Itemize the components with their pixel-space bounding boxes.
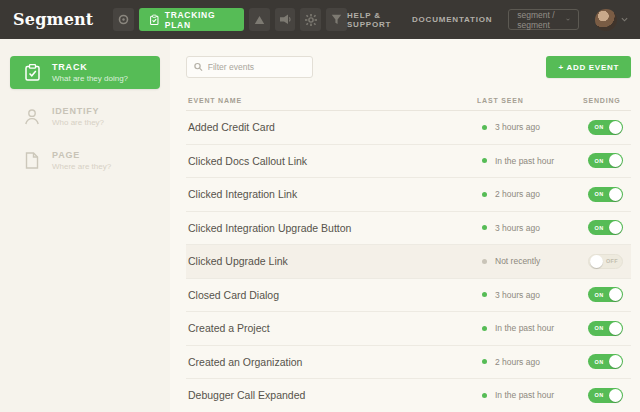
status-dot [482,393,487,398]
segment-app-window: Segment TRACKING PLAN HELP & SU [0,0,640,412]
toggle-knob [609,221,622,234]
tracking-plan-button[interactable]: TRACKING PLAN [139,8,244,31]
sidebar-item-label: PAGE [52,150,111,160]
last-seen-cell: In the past hour [482,156,588,166]
toggle-knob [590,255,603,268]
status-dot [482,326,487,331]
table-row[interactable]: Closed Card Dialog 3 hours ago ON [186,279,631,313]
status-dot [482,359,487,364]
last-seen-cell: In the past hour [482,323,588,333]
help-support-link[interactable]: HELP & SUPPORT [347,11,396,29]
event-name[interactable]: Added Credit Card [188,121,482,133]
top-nav: TRACKING PLAN [113,8,346,31]
table-row[interactable]: Clicked Docs Callout Link In the past ho… [186,145,631,179]
last-seen-cell: 2 hours ago [482,357,588,367]
last-seen-text: 3 hours ago [495,122,540,132]
search-icon [194,62,203,72]
sending-toggle[interactable]: ON [588,187,623,202]
main-panel: + ADD EVENT EVENT NAME LAST SEEN SENDING… [170,39,640,412]
sending-toggle[interactable]: ON [588,321,623,336]
table-header: EVENT NAME LAST SEEN SENDING [186,91,631,111]
sidebar-item-text: TRACK What are they doing? [52,62,128,83]
clipboard-check-icon [22,64,42,81]
sidebar-item-identify[interactable]: IDENTIFY Who are they? [10,100,160,133]
user-menu[interactable] [595,9,628,31]
sidebar-item-subtitle: What are they doing? [52,74,128,83]
sidebar-item-text: PAGE Where are they? [52,150,111,171]
filter-events-search[interactable] [186,56,313,78]
table-row[interactable]: Debugger Call Expanded In the past hour … [186,379,631,412]
sending-toggle[interactable]: ON [588,220,623,235]
event-name[interactable]: Clicked Upgrade Link [188,255,482,267]
toggle-label: ON [589,225,609,231]
chevron-down-icon [621,16,628,23]
last-seen-cell: Not recently [482,256,588,266]
last-seen-text: 2 hours ago [495,189,540,199]
status-dot [482,192,487,197]
toggle-label: ON [589,359,609,365]
last-seen-cell: 2 hours ago [482,189,588,199]
table-row[interactable]: Created a Project In the past hour ON [186,312,631,346]
sending-toggle[interactable]: ON [588,388,623,403]
last-seen-text: 3 hours ago [495,290,540,300]
live-debugger-icon[interactable] [249,8,270,31]
sending-toggle[interactable]: ON [588,120,623,135]
sending-toggle[interactable]: ON [588,354,623,369]
sidebar-item-page[interactable]: PAGE Where are they? [10,144,160,177]
sidebar-item-subtitle: Who are they? [52,118,104,127]
toggle-knob [609,188,622,201]
sidebar-item-subtitle: Where are they? [52,162,111,171]
sending-toggle[interactable]: ON [588,287,623,302]
toggle-label: ON [589,325,609,331]
table-row[interactable]: Clicked Integration Upgrade Button 3 hou… [186,212,631,246]
status-dot [482,158,487,163]
top-right-nav: HELP & SUPPORT DOCUMENTATION segment / s… [347,9,628,31]
last-seen-text: In the past hour [495,390,554,400]
toggle-label: OFF [603,258,621,264]
toggle-knob [609,121,622,134]
overview-icon[interactable] [113,8,134,31]
status-dot [482,292,487,297]
funnel-icon[interactable] [326,8,347,31]
filter-events-input[interactable] [208,62,305,72]
sending-toggle[interactable]: ON [588,153,623,168]
event-name[interactable]: Closed Card Dialog [188,289,482,301]
last-seen-cell: In the past hour [482,390,588,400]
toggle-knob [609,288,622,301]
event-name[interactable]: Clicked Integration Link [188,188,482,200]
last-seen-text: 3 hours ago [495,223,540,233]
megaphone-icon[interactable] [275,8,296,31]
status-dot [482,259,487,264]
last-seen-text: In the past hour [495,323,554,333]
event-name[interactable]: Clicked Docs Callout Link [188,155,482,167]
toggle-knob [609,389,622,402]
sidebar-item-label: TRACK [52,62,128,72]
last-seen-text: 2 hours ago [495,357,540,367]
toggle-label: ON [589,158,609,164]
gear-icon[interactable] [300,8,321,31]
segment-logo[interactable]: Segment [13,10,93,29]
table-row[interactable]: Clicked Upgrade Link Not recently OFF [186,245,631,279]
toggle-label: ON [589,392,609,398]
toggle-knob [609,322,622,335]
table-row[interactable]: Clicked Integration Link 2 hours ago ON [186,178,631,212]
table-row[interactable]: Added Credit Card 3 hours ago ON [186,111,631,145]
documentation-link[interactable]: DOCUMENTATION [412,15,492,24]
person-icon [22,108,42,125]
event-name[interactable]: Clicked Integration Upgrade Button [188,222,482,234]
event-name[interactable]: Created an Organization [188,356,482,368]
workspace-selector-label: segment / segment [517,10,558,30]
add-event-button[interactable]: + ADD EVENT [546,56,631,78]
sidebar-item-text: IDENTIFY Who are they? [52,106,104,127]
toggle-knob [609,154,622,167]
event-name[interactable]: Debugger Call Expanded [188,389,482,401]
last-seen-cell: 3 hours ago [482,223,588,233]
table-row[interactable]: Created an Organization 2 hours ago ON [186,346,631,380]
toggle-label: ON [589,124,609,130]
sidebar-item-track[interactable]: TRACK What are they doing? [10,56,160,89]
event-name[interactable]: Created a Project [188,322,482,334]
content-area: TRACK What are they doing? IDENTIFY Who … [0,39,640,412]
workspace-selector[interactable]: segment / segment [508,9,579,30]
sending-toggle[interactable]: OFF [588,254,623,269]
last-seen-cell: 3 hours ago [482,122,588,132]
